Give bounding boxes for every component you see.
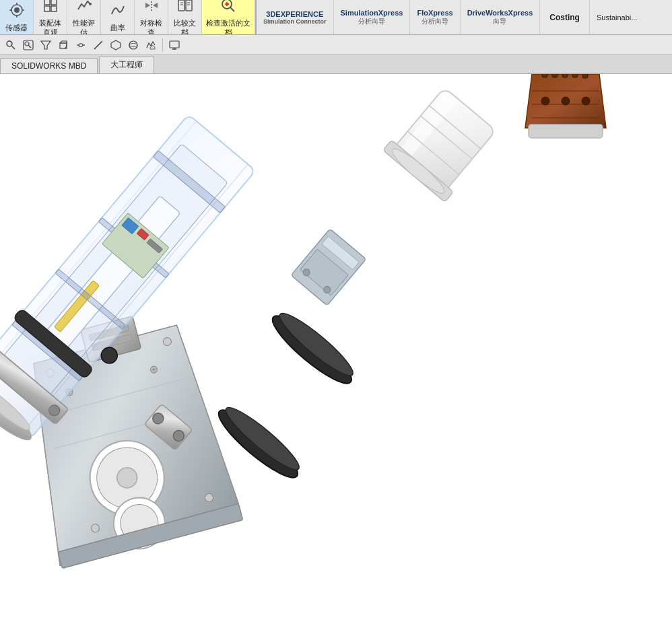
3dx-sub: Simulation Connector: [263, 18, 327, 25]
svg-rect-42: [170, 41, 179, 48]
3dexperience-tab[interactable]: 3DEXPERIENCE Simulation Connector: [255, 0, 334, 34]
svg-line-36: [97, 45, 98, 46]
svg-marker-29: [41, 41, 51, 49]
svg-line-37: [100, 42, 101, 44]
svg-rect-101: [552, 74, 558, 77]
svg-rect-8: [44, 6, 50, 11]
svg-point-40: [129, 43, 137, 46]
symmetry-check-tool[interactable]: 对称检查: [135, 0, 168, 34]
sphere-btn[interactable]: [125, 37, 141, 53]
svg-line-25: [12, 46, 15, 49]
symmetry-check-label: 对称检查: [140, 18, 162, 35]
sim-title: SimulationXpress: [341, 8, 403, 17]
compare-icon: [177, 0, 193, 17]
symmetry-icon: [143, 0, 160, 17]
svg-rect-111: [529, 125, 603, 138]
svg-rect-6: [44, 0, 50, 5]
floxpress-tab[interactable]: FloXpress 分析向导: [410, 0, 460, 34]
sustainability-label: Sustainabi...: [597, 13, 638, 22]
svg-rect-15: [186, 0, 192, 11]
costing-label: Costing: [549, 13, 580, 22]
sensor-tool[interactable]: 传感器: [0, 0, 34, 34]
check-clean-icon: [220, 0, 236, 17]
compare-docs-tool[interactable]: 比较文档: [168, 0, 202, 34]
svg-point-110: [582, 97, 590, 105]
svg-line-28: [29, 45, 32, 48]
svg-point-24: [7, 41, 12, 46]
link-btn[interactable]: [73, 37, 89, 53]
3dx-title: 3DEXPERIENCE: [266, 10, 323, 18]
solidworks-mbd-label: SOLIDWORKS MBD: [11, 61, 86, 71]
driveworks-tab[interactable]: DriveWorksXpress 向导: [461, 0, 541, 34]
view-toolbar: [0, 35, 672, 55]
svg-rect-100: [542, 74, 547, 77]
sensor-label: 传感器: [5, 23, 28, 32]
perf-icon: [76, 0, 92, 17]
sensor-icon: [9, 2, 25, 22]
svg-point-39: [129, 41, 137, 49]
svg-rect-104: [582, 74, 588, 78]
toolbar2-separator: [162, 38, 163, 52]
shape-btn[interactable]: [108, 37, 124, 53]
filter-btn[interactable]: [38, 37, 54, 53]
svg-rect-103: [572, 74, 578, 77]
drive-sub: 向导: [493, 17, 506, 26]
svg-marker-38: [111, 40, 121, 50]
svg-rect-7: [51, 0, 57, 5]
svg-rect-102: [562, 74, 568, 77]
curvature-tool[interactable]: 曲率: [101, 0, 135, 34]
svg-rect-9: [51, 6, 57, 11]
da-gong-cheng-shi-label: 大工程师: [110, 59, 143, 71]
svg-line-21: [230, 7, 234, 11]
compare-docs-label: 比较文档: [174, 18, 196, 35]
svg-point-10: [89, 3, 92, 5]
perf-eval-label: 性能评估: [73, 18, 95, 35]
curvature-label: 曲率: [110, 23, 125, 32]
svg-point-109: [562, 97, 570, 105]
simulationxpress-tab[interactable]: SimulationXpress 分析向导: [334, 0, 411, 34]
check-clean-tool[interactable]: 检查激活的文档: [202, 0, 255, 34]
curvature-icon: [110, 2, 126, 22]
zoom-select-btn[interactable]: [20, 37, 36, 53]
display-btn[interactable]: [166, 37, 182, 53]
svg-point-27: [25, 42, 29, 46]
main-viewport[interactable]: [0, 74, 672, 634]
da-gong-cheng-shi-tab[interactable]: 大工程师: [99, 56, 154, 73]
cad-canvas: [0, 74, 672, 634]
svg-marker-13: [153, 3, 158, 8]
main-toolbar: 传感器 装配体直观 性能评估 曲率 对称检查 比较文档 检查激活: [0, 0, 672, 35]
assembly-view-tool[interactable]: 装配体直观: [34, 0, 67, 34]
flo-sub: 分析向导: [422, 17, 448, 26]
check-clean-label: 检查激活的文档: [206, 18, 250, 35]
costing-tab[interactable]: Costing: [540, 0, 590, 34]
sustainability-tab[interactable]: Sustainabi...: [590, 0, 644, 34]
drive-title: DriveWorksXpress: [467, 8, 533, 17]
measure-btn[interactable]: [90, 37, 106, 53]
flo-title: FloXpress: [417, 8, 452, 17]
box-btn[interactable]: [55, 37, 71, 53]
svg-point-108: [541, 97, 549, 105]
surface-btn[interactable]: [143, 37, 159, 53]
bottom-tab-bar: SOLIDWORKS MBD 大工程师: [0, 55, 672, 74]
solidworks-mbd-tab[interactable]: SOLIDWORKS MBD: [0, 58, 98, 73]
svg-rect-14: [178, 0, 184, 11]
sim-sub: 分析向导: [358, 17, 385, 26]
performance-eval-tool[interactable]: 性能评估: [67, 0, 101, 34]
assembly-view-label: 装配体直观: [39, 18, 61, 35]
assembly-icon: [42, 0, 59, 17]
svg-line-35: [94, 48, 96, 49]
svg-point-0: [14, 7, 20, 13]
svg-marker-12: [145, 3, 150, 8]
search-view-btn[interactable]: [3, 37, 19, 53]
